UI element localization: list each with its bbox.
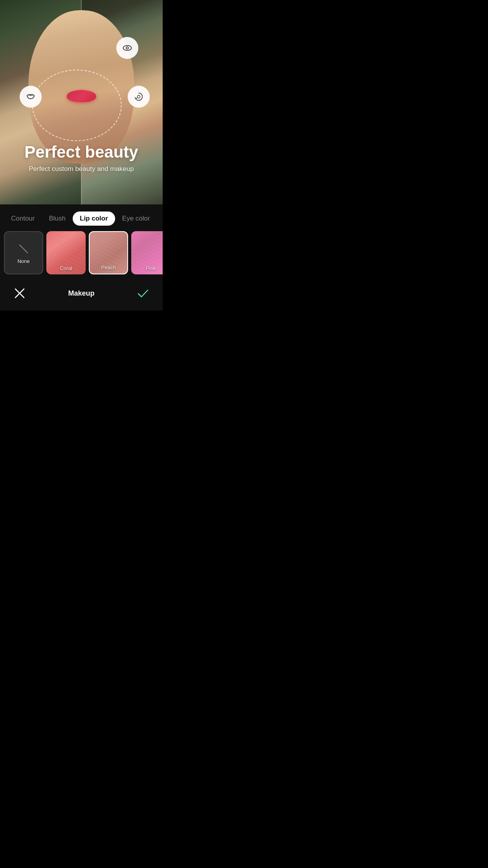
swatch-none-label: None [17,258,29,264]
selection-ellipse [32,70,122,141]
overlay-subtitle: Perfect custom beauty and makeup [8,165,155,173]
eye-button[interactable] [116,37,138,59]
rotate-icon [133,91,144,102]
tab-eyebrow[interactable]: Eyebrow [157,211,163,226]
swatch-coral-label: Coral [46,265,86,271]
swatch-pink[interactable]: Pink [131,231,163,274]
none-icon [17,242,31,256]
tab-blush[interactable]: Blush [42,211,73,226]
overlay-text-container: Perfect beauty Perfect custom beauty and… [0,143,163,173]
photo-section: Perfect beauty Perfect custom beauty and… [0,0,163,204]
tab-eye-color[interactable]: Eye color [115,211,157,226]
bottom-panel: Contour Blush Lip color Eye color Eyebro… [0,204,163,311]
cancel-icon [13,287,26,300]
swatch-peach[interactable]: Peach [89,231,128,274]
tabs-row: Contour Blush Lip color Eye color Eyebro… [0,204,163,231]
eye-icon [122,42,133,53]
confirm-button[interactable] [134,285,152,302]
swatches-row: None Coral Peach Pink Orange Red [0,231,163,274]
tab-lip-color[interactable]: Lip color [73,211,115,226]
toolbar: Makeup [0,278,163,307]
svg-point-0 [123,45,131,50]
lip-button[interactable] [20,86,42,108]
rotate-button[interactable] [128,86,150,108]
tab-contour[interactable]: Contour [4,211,42,226]
svg-line-3 [20,245,28,253]
svg-point-2 [137,96,140,98]
confirm-icon [137,287,149,300]
toolbar-title: Makeup [68,289,94,298]
lip-icon [25,91,36,102]
swatch-coral[interactable]: Coral [46,231,86,274]
swatch-none[interactable]: None [4,231,43,274]
cancel-button[interactable] [11,285,28,302]
svg-point-1 [126,47,128,49]
overlay-title: Perfect beauty [8,143,155,161]
swatch-pink-label: Pink [131,265,163,271]
swatch-peach-label: Peach [90,265,127,270]
